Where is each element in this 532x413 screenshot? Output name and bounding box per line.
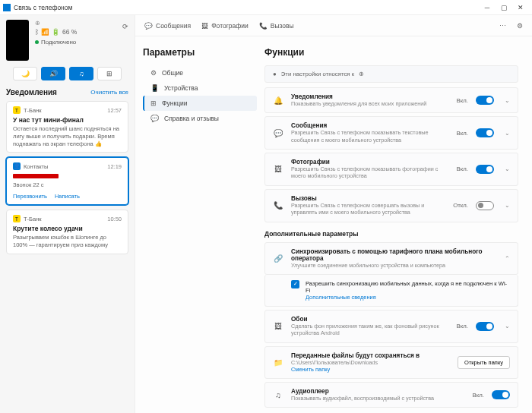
bell-icon: 🔔 [273, 96, 283, 105]
feature-messages: 💬 СообщенияРазрешить Связь с телефоном п… [264, 116, 518, 150]
photo-icon: 🖼 [273, 165, 283, 173]
app-badge-icon: T [13, 215, 21, 222]
tab-calls[interactable]: 📞Вызовы [259, 22, 294, 30]
sidebar-item-general[interactable]: ⚙Общие [143, 65, 257, 80]
screen-button[interactable]: ⊞ [97, 67, 122, 80]
link-icon: 🔗 [273, 254, 283, 263]
photos-icon: 🖼 [201, 22, 208, 30]
phone-image [6, 20, 29, 61]
connection-label: Подключено [41, 39, 76, 46]
wallpaper-icon: 🖼 [273, 322, 283, 330]
callback-action[interactable]: Перезвонить [13, 193, 47, 200]
notification-card[interactable]: T Т-Банк 10:50 Крутите колесо удачи Разы… [6, 210, 128, 254]
device-icon: 📱 [150, 84, 159, 92]
settings-sidebar: Параметры ⚙Общие 📱Устройства ⊞Функции 💬С… [135, 36, 264, 413]
notif-body: Остается последний шанс подняться на лиг… [13, 125, 122, 147]
bluetooth-icon: ᛒ [35, 28, 39, 36]
toggle-messages[interactable] [476, 128, 494, 137]
toggle-photos[interactable] [476, 165, 494, 174]
chevron-up-icon[interactable]: ⌃ [505, 255, 510, 262]
notif-title [13, 172, 122, 180]
refresh-icon[interactable]: ⟳ [122, 23, 128, 30]
sync-checkbox[interactable]: ✓ [291, 280, 299, 288]
sidebar-item-feedback[interactable]: 💬Справка и отзывы [143, 111, 257, 126]
sync-more-link[interactable]: Дополнительные сведения [306, 294, 510, 301]
notification-card[interactable]: T Т-Банк 12:57 У нас тут мини-финал Оста… [6, 101, 128, 153]
chevron-down-icon[interactable]: ⌄ [505, 130, 510, 137]
features-pane: Функции ● Эти настройки относятся к ⊕ 🔔 … [264, 36, 532, 413]
calls-icon: 📞 [259, 22, 268, 30]
more-params-heading: Дополнительные параметры [264, 230, 518, 238]
info-text: Эти настройки относятся к [281, 71, 354, 77]
sidebar-item-features[interactable]: ⊞Функции [143, 96, 257, 111]
folder-icon: 📁 [273, 358, 283, 367]
topbar: 💬Сообщения 🖼Фотографии 📞Вызовы ⋯ ⚙ [135, 15, 532, 36]
notif-app-name: Т-Банк [24, 107, 42, 114]
chevron-down-icon[interactable]: ⌄ [505, 323, 510, 329]
volume-button[interactable]: 🔊 [41, 67, 65, 80]
features-icon: ⊞ [150, 99, 157, 107]
wifi-icon: 📶 [41, 28, 49, 36]
toggle-notifications[interactable] [476, 96, 494, 105]
toggle-calls[interactable] [476, 201, 494, 210]
feature-sync: 🔗 Синхронизировать с помощью тарифного п… [264, 242, 518, 275]
left-panel: ⊕ ᛒ 📶 🔋 66 % Подключено ⟳ 🌙 🔊 ♫ ⊞ [0, 15, 135, 413]
minimize-button[interactable]: ─ [479, 1, 496, 14]
battery-icon: 🔋 [52, 28, 60, 36]
help-icon: 💬 [150, 115, 159, 122]
phone-card: ⊕ ᛒ 📶 🔋 66 % Подключено ⟳ [6, 20, 128, 61]
dnd-button[interactable]: 🌙 [13, 67, 37, 80]
tab-photos[interactable]: 🖼Фотографии [201, 22, 249, 30]
main-panel: 💬Сообщения 🖼Фотографии 📞Вызовы ⋯ ⚙ Парам… [135, 15, 532, 413]
feature-wallpaper: 🖼 ОбоиСделать фон приложения таким же, к… [264, 310, 518, 343]
message-action[interactable]: Написать [55, 193, 80, 200]
phone-status: ᛒ 📶 🔋 66 % [35, 28, 116, 36]
app-icon [3, 4, 11, 11]
clear-all-link[interactable]: Очистить все [90, 89, 128, 96]
settings-icon[interactable]: ⚙ [517, 22, 523, 30]
notif-time: 12:19 [107, 163, 122, 170]
maximize-button[interactable]: ▢ [496, 1, 512, 14]
sidebar-item-devices[interactable]: 📱Устройства [143, 80, 257, 96]
sync-subrow: ✓ Разрешить синхронизацию мобильных данн… [264, 275, 518, 307]
connection-badge: Подключено [35, 39, 76, 46]
more-icon[interactable]: ⋯ [499, 22, 506, 30]
notif-body: Разыгрываем кэшбэк в Шопинге до 100% — г… [13, 234, 122, 249]
notification-card[interactable]: 👤 Контакты 12:19 Звонок 22 с Перезвонить… [6, 157, 128, 205]
status-dot-icon [35, 40, 39, 44]
device-dot-icon: ⊕ [359, 71, 364, 77]
app-badge-icon: 👤 [13, 162, 21, 170]
toggle-audio[interactable] [492, 390, 510, 399]
chevron-down-icon[interactable]: ⌄ [505, 166, 510, 172]
change-folder-link[interactable]: Сменить папку [291, 366, 450, 373]
notif-body: Звонок 22 с [13, 181, 122, 189]
settings-heading: Параметры [143, 47, 257, 58]
tab-messages[interactable]: 💬Сообщения [144, 22, 191, 30]
music-button[interactable]: ♫ [69, 67, 93, 80]
feature-audio: ♫ АудиоплеерПоказывать аудиофайл, воспро… [264, 382, 518, 408]
notifications-heading: Уведомления [6, 88, 57, 96]
feature-files: 📁 Переданные файлы будут сохраняться в C… [264, 346, 518, 379]
phone-icon: 📞 [273, 201, 283, 210]
features-heading: Функции [264, 47, 518, 58]
notif-app-name: Контакты [24, 163, 48, 170]
phone-actions: 🌙 🔊 ♫ ⊞ [6, 67, 128, 80]
redacted-text [13, 174, 59, 178]
sync-check-label: Разрешить синхронизацию мобильных данных… [306, 280, 510, 294]
info-bar: ● Эти настройки относятся к ⊕ [264, 65, 518, 83]
toggle-wallpaper[interactable] [476, 322, 494, 331]
notif-title: Крутите колесо удачи [13, 225, 122, 232]
music-icon: ♫ [273, 391, 283, 399]
feature-photos: 🖼 ФотографииРазрешить Связь с телефоном … [264, 153, 518, 186]
window-title: Связь с телефоном [14, 4, 72, 11]
close-button[interactable]: ✕ [512, 1, 529, 14]
chevron-down-icon[interactable]: ⌄ [505, 97, 510, 104]
files-path: C:\Users\Пользователь\Downloads [291, 359, 450, 366]
feature-calls: 📞 ВызовыРазрешить Связь с телефоном сове… [264, 189, 518, 222]
chevron-down-icon[interactable]: ⌄ [505, 202, 510, 209]
info-icon: ● [273, 71, 277, 77]
open-folder-button[interactable]: Открыть папку [458, 356, 510, 369]
notif-title: У нас тут мини-финал [13, 116, 122, 124]
chat-icon: 💬 [273, 129, 283, 137]
gear-icon: ⚙ [150, 69, 157, 77]
